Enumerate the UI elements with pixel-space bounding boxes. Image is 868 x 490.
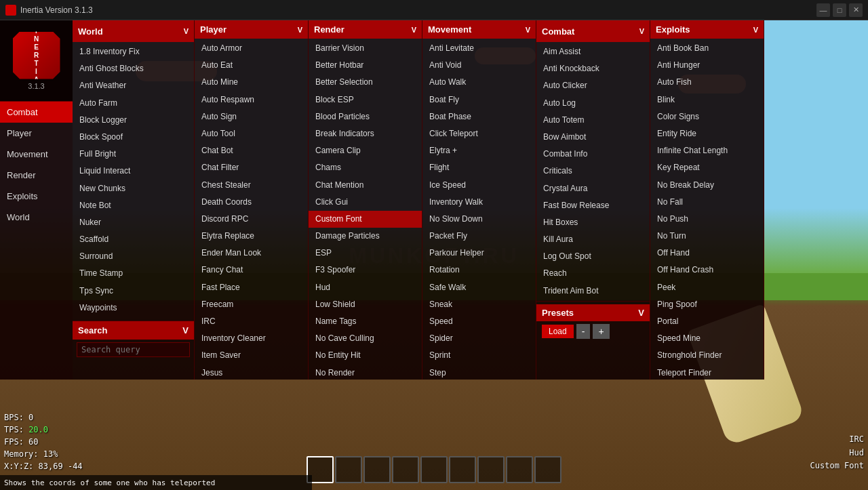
exploits-item[interactable]: Entity Ride bbox=[650, 125, 764, 142]
exploits-item[interactable]: Blink bbox=[650, 91, 764, 108]
render-item[interactable]: No Cave Culling bbox=[309, 330, 422, 347]
world-item[interactable]: Liquid Interact bbox=[73, 163, 194, 180]
render-item[interactable]: Click Gui bbox=[309, 194, 422, 211]
player-item[interactable]: Auto Armor bbox=[195, 40, 308, 57]
exploits-item[interactable]: No Break Delay bbox=[650, 177, 764, 194]
render-item[interactable]: Barrier Vision bbox=[309, 40, 422, 57]
world-item[interactable]: Tps Sync bbox=[73, 283, 194, 300]
combat-item[interactable]: Criticals bbox=[536, 163, 650, 180]
world-item[interactable]: Time Stamp bbox=[73, 265, 194, 282]
player-item[interactable]: Auto Eat bbox=[195, 57, 308, 74]
load-minus-button[interactable]: - bbox=[576, 324, 591, 339]
exploits-item[interactable]: Teleport Finder bbox=[650, 365, 764, 382]
maximize-button[interactable]: □ bbox=[833, 3, 846, 17]
movement-item[interactable]: Speed bbox=[422, 313, 536, 330]
combat-item[interactable]: Crystal Aura bbox=[536, 180, 650, 197]
movement-item[interactable]: Ice Speed bbox=[422, 177, 536, 194]
exploits-item[interactable]: Portal bbox=[650, 313, 764, 330]
combat-item[interactable]: Combat Info bbox=[536, 146, 650, 163]
render-item[interactable]: ESP bbox=[309, 245, 422, 262]
world-item[interactable]: Surround bbox=[73, 248, 194, 265]
movement-item[interactable]: No Slow Down bbox=[422, 211, 536, 228]
movement-item[interactable]: Auto Walk bbox=[422, 74, 536, 91]
render-item[interactable]: Break Indicators bbox=[309, 125, 422, 142]
world-item[interactable]: Block Spoof bbox=[73, 129, 194, 146]
exploits-header[interactable]: Exploits V bbox=[650, 20, 764, 39]
render-item[interactable]: Damage Particles bbox=[309, 228, 422, 245]
exploits-item[interactable]: No Fall bbox=[650, 194, 764, 211]
player-item[interactable]: Auto Respawn bbox=[195, 91, 308, 108]
render-item[interactable]: Low Shield bbox=[309, 296, 422, 313]
movement-item[interactable]: Step bbox=[422, 365, 536, 382]
movement-item[interactable]: Boat Phase bbox=[422, 108, 536, 125]
combat-item[interactable]: Reach bbox=[536, 265, 650, 282]
movement-item[interactable]: Flight bbox=[422, 159, 536, 176]
combat-item[interactable]: Fast Bow Release bbox=[536, 197, 650, 214]
presets-header[interactable]: Presets V bbox=[536, 304, 650, 321]
world-header[interactable]: World V bbox=[73, 20, 194, 42]
player-item[interactable]: Chat Filter bbox=[195, 159, 308, 176]
sidebar-item-world[interactable]: World bbox=[0, 207, 73, 228]
player-item[interactable]: IRC bbox=[195, 313, 308, 330]
movement-item[interactable]: Packet Fly bbox=[422, 228, 536, 245]
render-item[interactable]: Chams bbox=[309, 159, 422, 176]
player-item[interactable]: Discord RPC bbox=[195, 211, 308, 228]
player-item[interactable]: Jesus bbox=[195, 365, 308, 382]
player-item[interactable]: Item Saver bbox=[195, 347, 308, 364]
search-header[interactable]: Search V bbox=[73, 321, 194, 340]
combat-item[interactable]: Hit Boxes bbox=[536, 214, 650, 231]
movement-item[interactable]: Spider bbox=[422, 330, 536, 347]
exploits-item[interactable]: No Push bbox=[650, 211, 764, 228]
combat-item[interactable]: Anti Knockback bbox=[536, 60, 650, 77]
player-item[interactable]: Elytra Replace bbox=[195, 228, 308, 245]
movement-item[interactable]: Safe Walk bbox=[422, 279, 536, 296]
world-item[interactable]: Anti Ghost Blocks bbox=[73, 60, 194, 77]
world-item[interactable]: New Chunks bbox=[73, 180, 194, 197]
world-item[interactable]: Nuker bbox=[73, 214, 194, 231]
exploits-item[interactable]: Speed Mine bbox=[650, 330, 764, 347]
movement-item[interactable]: Sprint bbox=[422, 347, 536, 364]
exploits-item[interactable]: No Turn bbox=[650, 228, 764, 245]
exploits-item[interactable]: Off Hand bbox=[650, 245, 764, 262]
sidebar-item-render[interactable]: Render bbox=[0, 165, 73, 186]
render-item[interactable]: No Render bbox=[309, 365, 422, 382]
combat-item[interactable]: Auto Totem bbox=[536, 112, 650, 129]
combat-header[interactable]: Combat V bbox=[536, 20, 650, 42]
combat-item[interactable]: Aim Assist bbox=[536, 43, 650, 60]
world-item[interactable]: 1.8 Inventory Fix bbox=[73, 43, 194, 60]
search-input[interactable] bbox=[77, 342, 190, 357]
render-item[interactable]: Camera Clip bbox=[309, 142, 422, 159]
sidebar-item-player[interactable]: Player bbox=[0, 123, 73, 144]
render-item[interactable]: F3 Spoofer bbox=[309, 262, 422, 279]
exploits-item[interactable]: Ping Spoof bbox=[650, 296, 764, 313]
player-item[interactable]: Chest Stealer bbox=[195, 177, 308, 194]
player-item[interactable]: Freecam bbox=[195, 296, 308, 313]
exploits-item[interactable]: Peek bbox=[650, 279, 764, 296]
player-item[interactable]: Fast Place bbox=[195, 279, 308, 296]
render-item[interactable]: No Entity Hit bbox=[309, 347, 422, 364]
render-item[interactable]: Better Selection bbox=[309, 74, 422, 91]
render-item[interactable]: Blood Particles bbox=[309, 108, 422, 125]
player-item[interactable]: Inventory Cleaner bbox=[195, 330, 308, 347]
movement-item[interactable]: Sneak bbox=[422, 296, 536, 313]
world-item[interactable]: Anti Weather bbox=[73, 77, 194, 94]
movement-item[interactable]: Parkour Helper bbox=[422, 245, 536, 262]
combat-item[interactable]: Trident Aim Bot bbox=[536, 283, 650, 300]
player-item[interactable]: Death Coords bbox=[195, 194, 308, 211]
player-item[interactable]: Fancy Chat bbox=[195, 262, 308, 279]
load-plus-button[interactable]: + bbox=[593, 324, 609, 339]
movement-item[interactable]: Click Teleport bbox=[422, 125, 536, 142]
world-item[interactable]: Full Bright bbox=[73, 146, 194, 163]
render-item[interactable]: Better Hotbar bbox=[309, 57, 422, 74]
load-button[interactable]: Load bbox=[542, 325, 574, 338]
player-item[interactable]: Auto Sign bbox=[195, 108, 308, 125]
movement-item[interactable]: Boat Fly bbox=[422, 91, 536, 108]
player-header[interactable]: Player V bbox=[195, 20, 308, 39]
combat-item[interactable]: Log Out Spot bbox=[536, 248, 650, 265]
render-item[interactable]: Name Tags bbox=[309, 313, 422, 330]
exploits-item[interactable]: Key Repeat bbox=[650, 159, 764, 176]
world-item[interactable]: Auto Farm bbox=[73, 95, 194, 112]
world-item[interactable]: Block Logger bbox=[73, 112, 194, 129]
render-header[interactable]: Render V bbox=[309, 20, 422, 39]
render-item[interactable]: Hud bbox=[309, 279, 422, 296]
